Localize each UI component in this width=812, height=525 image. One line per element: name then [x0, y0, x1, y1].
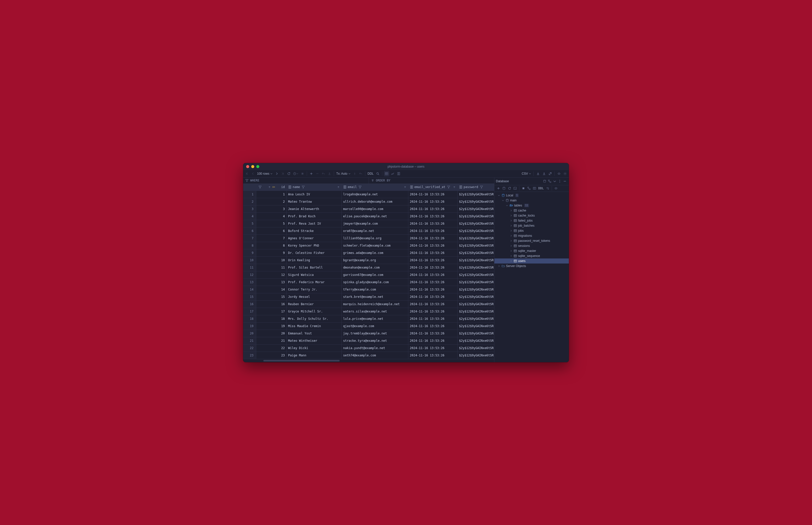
find-button[interactable] [375, 171, 381, 177]
table-row[interactable]: 99Dr. Celestino Fishergrimes.ada@example… [243, 250, 494, 257]
cell-email[interactable]: waters.silas@example.net [342, 308, 408, 315]
tree-root-local[interactable]: Local 1 [494, 193, 569, 198]
cell-name[interactable]: Prof. Silas Bartell [286, 264, 342, 271]
cell-email[interactable]: bgrant@example.org [342, 257, 408, 264]
sort-toggle[interactable]: ÷ [404, 185, 407, 189]
cell-password[interactable]: $2y$12$9yGAINxe6tSR [458, 257, 494, 264]
cell-email[interactable]: schmeler.fleta@example.com [342, 242, 408, 249]
row-number[interactable]: 2 [243, 198, 256, 205]
panel-datasource-button[interactable] [542, 179, 547, 184]
cell-id[interactable]: 16 [256, 301, 286, 308]
tree-table-cache[interactable]: cache [494, 208, 569, 213]
cell-password[interactable]: $2y$12$9yGAINxe6tSR [458, 191, 494, 198]
page-size-dropdown[interactable]: 100 rows [256, 171, 274, 177]
table-row[interactable]: 2323Paige Mannseth74@example.com2024-11-… [243, 352, 494, 359]
orderby-clause-input[interactable]: ORDER BY [369, 178, 494, 183]
maximize-window-button[interactable] [256, 165, 259, 168]
cell-password[interactable]: $2y$12$9yGAINxe6tSR [458, 330, 494, 337]
column-header-password[interactable]: password [458, 184, 494, 191]
cell-name[interactable]: Prof. Brad Koch [286, 213, 342, 220]
expand-toggle[interactable] [510, 229, 513, 232]
table-row[interactable]: 11Ana Lesch IVlrogahn@example.net2024-11… [243, 191, 494, 198]
cell-email[interactable]: dmonahan@example.com [342, 264, 408, 271]
row-number[interactable]: 9 [243, 250, 256, 256]
cell-email[interactable]: lillian95@example.org [342, 235, 408, 242]
jump-to-console-button[interactable] [513, 186, 518, 191]
expand-toggle[interactable] [498, 194, 500, 197]
tree-table-job_batches[interactable]: job_batches [494, 223, 569, 228]
cell-verified[interactable]: 2024-11-16 13:53:26 [408, 322, 458, 330]
scrollbar-thumb[interactable] [263, 360, 340, 361]
table-view-button[interactable] [384, 171, 389, 177]
row-number[interactable]: 3 [243, 206, 256, 212]
table-row[interactable]: 2121Mateo Wintheiserstracke.tyra@example… [243, 337, 494, 345]
filter-icon[interactable] [479, 185, 484, 189]
expand-toggle[interactable] [510, 219, 513, 222]
cell-verified[interactable]: 2024-11-16 13:53:26 [408, 191, 458, 198]
table-row[interactable]: 1818Mrs. Dolly Schultz Sr.lula.price@exa… [243, 315, 494, 322]
cell-email[interactable]: lrogahn@example.net [342, 191, 408, 198]
cell-id[interactable]: 4 [256, 213, 286, 220]
expand-toggle[interactable] [510, 209, 513, 212]
row-number[interactable]: 20 [243, 330, 256, 337]
cell-password[interactable]: $2y$12$9yGAINxe6tSR [458, 198, 494, 205]
row-number[interactable]: 6 [243, 227, 256, 235]
cell-name[interactable]: Wiley Dicki [286, 345, 342, 351]
panel-diagram-button[interactable] [547, 179, 552, 184]
show-table-button[interactable] [532, 186, 537, 191]
stop-button[interactable] [521, 186, 526, 191]
cell-verified[interactable]: 2024-11-16 13:53:26 [408, 242, 458, 249]
table-row[interactable]: 88Korey Spencer PhDschmeler.fleta@exampl… [243, 242, 494, 250]
tree-table-cache_locks[interactable]: cache_locks [494, 213, 569, 218]
table-row[interactable]: 2020Emmanuel Yostjay.tremblay@example.ne… [243, 330, 494, 337]
expand-toggle[interactable] [510, 244, 513, 247]
cell-password[interactable]: $2y$12$9yGAINxe6tSR [458, 301, 494, 308]
cell-name[interactable]: Miss Maudie Cremin [286, 322, 342, 330]
cell-verified[interactable]: 2024-11-16 13:53:26 [408, 271, 458, 279]
expand-toggle[interactable] [498, 265, 500, 267]
cell-id[interactable]: 6 [256, 227, 286, 235]
cell-id[interactable]: 19 [256, 322, 286, 330]
panel-more-button[interactable] [557, 179, 562, 184]
table-row[interactable]: 1414Connor Terry Jr.tferry@example.com20… [243, 286, 494, 293]
cell-verified[interactable]: 2024-11-16 13:53:26 [408, 352, 458, 359]
cell-verified[interactable]: 2024-11-16 13:53:26 [408, 257, 458, 264]
cell-name[interactable]: Sigurd Watsica [286, 271, 342, 279]
cell-email[interactable]: jay.tremblay@example.net [342, 330, 408, 337]
add-row-button[interactable] [309, 171, 314, 177]
cell-password[interactable]: $2y$12$9yGAINxe6tSR [458, 322, 494, 330]
duplicate-button[interactable] [501, 186, 506, 191]
cell-password[interactable]: $2y$12$9yGAINxe6tSR [458, 264, 494, 271]
row-number[interactable]: 7 [243, 235, 256, 242]
row-number[interactable]: 8 [243, 242, 256, 249]
cell-id[interactable]: 22 [256, 345, 286, 351]
tree-table-sqlite_master[interactable]: sqlite_master [494, 249, 569, 253]
cell-id[interactable]: 23 [256, 352, 286, 359]
download-button[interactable] [535, 171, 541, 177]
cell-email[interactable]: lula.price@example.net [342, 315, 408, 322]
cell-name[interactable]: Grayce Mitchell Sr. [286, 308, 342, 315]
cell-id[interactable]: 15 [256, 293, 286, 300]
cell-email[interactable]: garrison67@example.com [342, 271, 408, 279]
cell-email[interactable]: grimes.ada@example.com [342, 250, 408, 256]
expand-toggle[interactable] [510, 224, 513, 227]
chart-view-button[interactable] [390, 171, 395, 177]
table-row[interactable]: 1111Prof. Silas Bartelldmonahan@example.… [243, 264, 494, 271]
cell-password[interactable]: $2y$12$9yGAINxe6tSR [458, 345, 494, 351]
row-number[interactable]: 19 [243, 322, 256, 330]
cell-verified[interactable]: 2024-11-16 13:53:26 [408, 308, 458, 315]
table-row[interactable]: 1919Miss Maudie Creminqjast@example.com2… [243, 322, 494, 330]
view-ddl-button[interactable]: DDL [367, 171, 374, 177]
cell-name[interactable]: Emmanuel Yost [286, 330, 342, 337]
expand-toggle[interactable] [501, 199, 504, 202]
tree-table-jobs[interactable]: jobs [494, 228, 569, 233]
tree-table-sessions[interactable]: sessions [494, 243, 569, 249]
cell-id[interactable]: 11 [256, 264, 286, 271]
cell-email[interactable]: ullrich.deborah@example.com [342, 198, 408, 205]
cell-name[interactable]: Buford Stracke [286, 227, 342, 235]
cell-email[interactable]: marcelle00@example.com [342, 206, 408, 212]
cell-name[interactable]: Korey Spencer PhD [286, 242, 342, 249]
sort-toggle[interactable]: ÷ [268, 185, 271, 189]
cell-id[interactable]: 3 [256, 206, 286, 212]
row-number[interactable]: 5 [243, 220, 256, 227]
